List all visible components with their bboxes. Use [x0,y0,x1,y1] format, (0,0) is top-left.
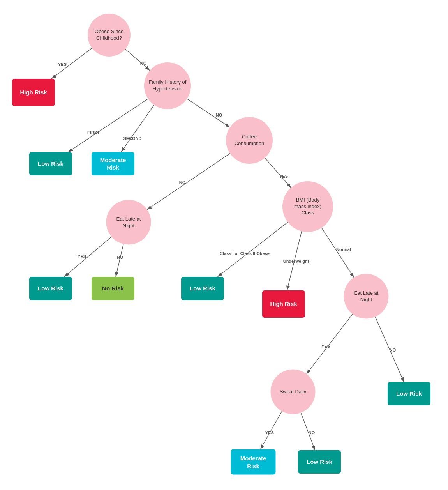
edge-label: NO [179,180,186,185]
eat_late_1: Eat Late atNight [106,200,151,245]
edge-label: NO [117,255,123,260]
svg-line-1 [51,48,92,79]
edge-label: Class I or Class II Obese [220,251,270,256]
svg-line-8 [64,237,111,277]
low_risk_3: Low Risk [181,277,224,300]
edge-label: YES [279,174,288,179]
edge-label: YES [78,254,86,259]
sweat_daily: Sweat Daily [271,370,316,414]
high_risk_2: High Risk [262,290,305,318]
edge-label: YES [58,62,67,67]
svg-line-4 [121,105,154,152]
edge-label: NO [140,61,147,65]
high_risk_1: High Risk [12,79,55,106]
bmi: BMI (Bodymass index)Class [282,181,333,232]
svg-line-12 [322,228,354,277]
svg-line-9 [116,244,123,277]
no_risk: No Risk [92,277,134,300]
tree-diagram [0,0,448,490]
edge-label: Underweight [283,259,309,264]
obese: Obese SinceChildhood? [88,14,131,57]
svg-line-5 [187,99,230,127]
edge-label: Normal [336,247,351,252]
svg-line-3 [68,99,148,152]
svg-line-10 [218,222,288,277]
coffee: CoffeeConsumption [226,117,273,164]
edge-label: SECOND [123,136,141,141]
low_risk_2: Low Risk [29,277,72,300]
low_risk_5: Low Risk [298,450,341,474]
low_risk_4: Low Risk [388,382,430,405]
svg-line-7 [265,158,291,188]
svg-line-2 [125,49,150,71]
moderate_risk_2: ModerateRisk [231,449,276,475]
low_risk_1: Low Risk [29,152,72,175]
edge-label: NO [216,113,222,117]
eat_late_2: Eat Late atNight [344,274,389,319]
edge-label: NO [309,430,315,435]
moderate_risk_1: ModerateRisk [92,152,134,175]
edge-label: YES [265,430,274,435]
edge-label: YES [321,344,330,348]
edge-label: FIRST [87,130,100,135]
svg-line-6 [147,154,230,210]
family_history: Family History ofHypertension [144,62,191,109]
edge-label: NO [390,348,396,352]
